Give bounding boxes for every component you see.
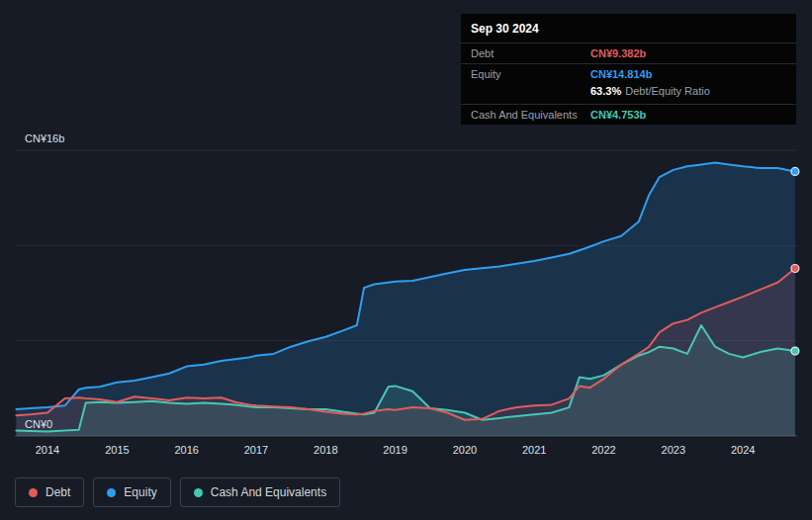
debt-equity-history-chart: CN¥16bCN¥0201420152016201720182019202020…	[0, 0, 812, 520]
legend-cash-label: Cash And Equivalents	[211, 485, 326, 499]
x-axis-label: 2014	[36, 444, 59, 456]
tooltip-cash-row: Cash And Equivalents CN¥4.753b	[461, 104, 796, 125]
tooltip-equity-row: Equity CN¥14.814b	[461, 63, 796, 84]
x-axis-label: 2018	[314, 444, 337, 456]
x-axis-label: 2021	[522, 444, 546, 456]
tooltip-cash-value: CN¥4.753b	[590, 109, 646, 121]
x-axis-label: 2019	[383, 444, 406, 456]
tooltip-ratio-value: 63.3%	[590, 85, 621, 97]
x-axis-label: 2024	[731, 444, 755, 456]
equity-end-marker	[791, 167, 799, 175]
x-axis-label: 2022	[591, 444, 615, 456]
tooltip-debt-equity-ratio: 63.3%Debt/Equity Ratio	[461, 84, 796, 104]
y-axis-label: CN¥0	[25, 418, 52, 430]
x-axis-label: 2023	[662, 444, 685, 456]
tooltip-debt-value: CN¥9.382b	[590, 47, 646, 59]
debt-end-marker	[791, 265, 799, 273]
legend-item-equity[interactable]: Equity	[93, 477, 170, 507]
legend-equity-label: Equity	[124, 485, 156, 499]
x-axis-label: 2017	[244, 444, 268, 456]
legend: Debt Equity Cash And Equivalents	[15, 477, 340, 507]
cash-and-equivalents-end-marker	[791, 347, 799, 355]
tooltip-equity-value: CN¥14.814b	[590, 68, 652, 80]
tooltip-debt-row: Debt CN¥9.382b	[461, 43, 796, 63]
x-axis-label: 2015	[105, 444, 129, 456]
y-axis-label: CN¥16b	[25, 132, 64, 144]
legend-item-debt[interactable]: Debt	[15, 477, 84, 507]
tooltip-debt-label: Debt	[471, 47, 590, 59]
legend-debt-label: Debt	[45, 485, 70, 499]
tooltip-cash-label: Cash And Equivalents	[471, 109, 590, 121]
debt-legend-dot-icon	[29, 488, 38, 497]
tooltip-equity-label: Equity	[471, 68, 590, 80]
equity-legend-dot-icon	[107, 488, 116, 497]
x-axis-label: 2020	[453, 444, 477, 456]
tooltip: Sep 30 2024 Debt CN¥9.382b Equity CN¥14.…	[461, 14, 796, 125]
tooltip-date: Sep 30 2024	[461, 14, 796, 43]
legend-item-cash[interactable]: Cash And Equivalents	[180, 477, 340, 507]
cash-legend-dot-icon	[194, 488, 203, 497]
tooltip-ratio-label: Debt/Equity Ratio	[625, 85, 710, 97]
x-axis-label: 2016	[174, 444, 198, 456]
